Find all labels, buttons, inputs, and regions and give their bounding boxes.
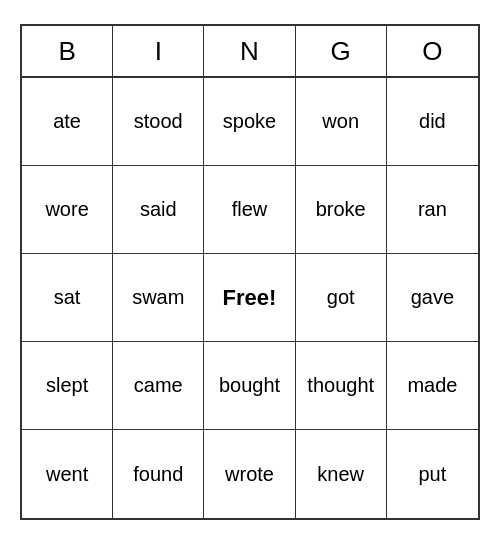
header-letter: I bbox=[113, 26, 204, 76]
cell-r2-c0: sat bbox=[22, 254, 113, 342]
cell-r2-c4: gave bbox=[387, 254, 478, 342]
cell-r3-c0: slept bbox=[22, 342, 113, 430]
cell-r2-c1: swam bbox=[113, 254, 204, 342]
cell-r4-c1: found bbox=[113, 430, 204, 518]
header-letter: N bbox=[204, 26, 295, 76]
cell-r4-c3: knew bbox=[296, 430, 387, 518]
cell-r2-c2: Free! bbox=[204, 254, 295, 342]
cell-r1-c1: said bbox=[113, 166, 204, 254]
cell-r1-c0: wore bbox=[22, 166, 113, 254]
header-letter: B bbox=[22, 26, 113, 76]
cell-r0-c1: stood bbox=[113, 78, 204, 166]
cell-r3-c3: thought bbox=[296, 342, 387, 430]
cell-r0-c2: spoke bbox=[204, 78, 295, 166]
cell-r1-c3: broke bbox=[296, 166, 387, 254]
cell-r3-c1: came bbox=[113, 342, 204, 430]
header-letter: G bbox=[296, 26, 387, 76]
cell-r2-c3: got bbox=[296, 254, 387, 342]
cell-r4-c2: wrote bbox=[204, 430, 295, 518]
bingo-grid: atestoodspokewondidworesaidflewbrokerans… bbox=[22, 78, 478, 518]
cell-r1-c2: flew bbox=[204, 166, 295, 254]
cell-r4-c0: went bbox=[22, 430, 113, 518]
cell-r0-c4: did bbox=[387, 78, 478, 166]
bingo-header: BINGO bbox=[22, 26, 478, 78]
cell-r4-c4: put bbox=[387, 430, 478, 518]
cell-r1-c4: ran bbox=[387, 166, 478, 254]
cell-r3-c4: made bbox=[387, 342, 478, 430]
cell-r3-c2: bought bbox=[204, 342, 295, 430]
cell-r0-c0: ate bbox=[22, 78, 113, 166]
header-letter: O bbox=[387, 26, 478, 76]
bingo-card: BINGO atestoodspokewondidworesaidflewbro… bbox=[20, 24, 480, 520]
cell-r0-c3: won bbox=[296, 78, 387, 166]
